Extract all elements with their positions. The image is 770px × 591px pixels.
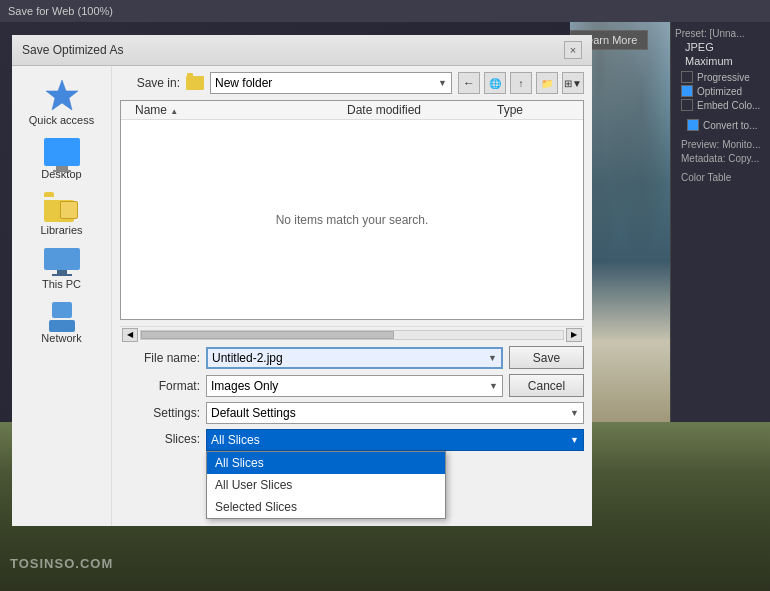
desktop-icon (44, 138, 80, 166)
sidebar-item-quick-access[interactable]: Quick access (17, 72, 107, 132)
sidebar-label-network: Network (41, 332, 81, 344)
dialog-title: Save Optimized As (22, 43, 123, 57)
slices-option-all-slices[interactable]: All Slices (207, 452, 445, 474)
preview-row: Preview: Monito... (681, 139, 766, 150)
format-value: Images Only (211, 379, 278, 393)
color-table-label: Color Table (681, 172, 766, 183)
slices-dropdown-menu: All Slices All User Slices Selected Slic… (206, 451, 446, 519)
settings-combo[interactable]: Default Settings ▼ (206, 402, 584, 424)
settings-arrow-icon: ▼ (570, 408, 579, 418)
sidebar-item-network[interactable]: Network (17, 296, 107, 350)
watermark-text: TOSINSO.COM (10, 556, 113, 571)
column-date-modified[interactable]: Date modified (347, 103, 497, 117)
dialog-sidebar: Quick access Desktop Libraries (12, 66, 112, 526)
column-type[interactable]: Type (497, 103, 577, 117)
file-name-value: Untitled-2.jpg (212, 351, 283, 365)
slices-value: All Slices (211, 433, 260, 447)
convert-checkbox[interactable] (687, 119, 699, 131)
scroll-thumb[interactable] (141, 331, 394, 339)
slices-combo[interactable]: All Slices ▼ (206, 429, 584, 451)
folder-up-icon[interactable]: ↑ (510, 72, 532, 94)
optimized-checkbox-row[interactable]: Optimized (675, 85, 766, 97)
dialog-main-content: Save in: New folder ▼ ← 🌐 ↑ 📁 ⊞▼ (112, 66, 592, 526)
save-in-row: Save in: New folder ▼ ← 🌐 ↑ 📁 ⊞▼ (120, 72, 584, 94)
libraries-icon (44, 192, 80, 222)
sidebar-label-this-pc: This PC (42, 278, 81, 290)
app-title: Save for Web (100%) (8, 5, 113, 17)
quality-label: Maximum (675, 55, 766, 67)
save-in-label: Save in: (120, 76, 180, 90)
format-label: JPEG (675, 41, 766, 53)
file-name-row: File name: Untitled-2.jpg ▼ Save (120, 346, 584, 369)
file-name-label: File name: (120, 351, 200, 365)
file-name-arrow-icon: ▼ (488, 353, 497, 363)
slices-option-all-user-slices[interactable]: All User Slices (207, 474, 445, 496)
metadata-row: Metadata: Copy... (681, 153, 766, 164)
horizontal-scrollbar[interactable]: ◀ ▶ (120, 326, 584, 342)
save-button[interactable]: Save (509, 346, 584, 369)
computer-icon (44, 248, 80, 276)
format-label: Format: (120, 379, 200, 393)
format-row: Format: Images Only ▼ Cancel (120, 374, 584, 397)
progressive-checkbox[interactable] (681, 71, 693, 83)
file-browser-empty-message: No items match your search. (121, 120, 583, 319)
dialog-titlebar: Save Optimized As × (12, 35, 592, 66)
sidebar-item-desktop[interactable]: Desktop (17, 132, 107, 186)
save-optimized-dialog: Save Optimized As × Quick access D (12, 35, 592, 526)
slices-dropdown-container: All Slices ▼ All Slices All User Slices … (206, 429, 584, 451)
save-in-arrow-icon: ▼ (438, 78, 447, 88)
column-name[interactable]: Name ▲ (127, 103, 347, 117)
file-browser: Name ▲ Date modified Type No items match… (120, 100, 584, 320)
svg-marker-0 (46, 80, 78, 110)
slices-arrow-icon: ▼ (570, 435, 579, 445)
slices-label: Slices: (120, 432, 200, 446)
convert-checkbox-row[interactable]: Convert to... (681, 119, 766, 131)
star-icon (43, 78, 81, 112)
toolbar-icons: ← 🌐 ↑ 📁 ⊞▼ (458, 72, 584, 94)
settings-row: Settings: Default Settings ▼ (120, 402, 584, 424)
dialog-body: Quick access Desktop Libraries (12, 66, 592, 526)
network-icon (44, 302, 80, 330)
preset-label: Preset: [Unna... (675, 28, 766, 39)
web-icon[interactable]: 🌐 (484, 72, 506, 94)
dialog-close-button[interactable]: × (564, 41, 582, 59)
settings-value: Default Settings (211, 406, 296, 420)
back-button[interactable]: ← (458, 72, 480, 94)
progressive-label: Progressive (697, 72, 750, 83)
embed-color-label: Embed Colo... (697, 100, 760, 111)
optimized-label: Optimized (697, 86, 742, 97)
slices-option-selected-slices[interactable]: Selected Slices (207, 496, 445, 518)
sidebar-label-quick-access: Quick access (29, 114, 94, 126)
file-name-input[interactable]: Untitled-2.jpg ▼ (206, 347, 503, 369)
folder-icon (186, 76, 204, 90)
convert-section: Convert to... (675, 119, 766, 131)
embed-color-checkbox-row[interactable]: Embed Colo... (675, 99, 766, 111)
scroll-track[interactable] (140, 330, 564, 340)
progressive-checkbox-row[interactable]: Progressive (675, 71, 766, 83)
cancel-button[interactable]: Cancel (509, 374, 584, 397)
optimized-checkbox[interactable] (681, 85, 693, 97)
scroll-left-button[interactable]: ◀ (122, 328, 138, 342)
view-options-icon[interactable]: ⊞▼ (562, 72, 584, 94)
new-folder-icon[interactable]: 📁 (536, 72, 558, 94)
color-table-section: Color Table (675, 172, 766, 183)
settings-label: Settings: (120, 406, 200, 420)
slices-row: Slices: All Slices ▼ All Slices All User… (120, 429, 584, 451)
scroll-right-button[interactable]: ▶ (566, 328, 582, 342)
save-in-combo[interactable]: New folder ▼ (210, 72, 452, 94)
preview-section: Preview: Monito... Metadata: Copy... (675, 139, 766, 164)
sidebar-item-libraries[interactable]: Libraries (17, 186, 107, 242)
format-arrow-icon: ▼ (489, 381, 498, 391)
sidebar-item-this-pc[interactable]: This PC (17, 242, 107, 296)
file-browser-header: Name ▲ Date modified Type (121, 101, 583, 120)
format-combo[interactable]: Images Only ▼ (206, 375, 503, 397)
sidebar-label-libraries: Libraries (40, 224, 82, 236)
save-in-value: New folder (215, 76, 272, 90)
top-bar: Save for Web (100%) (0, 0, 770, 22)
embed-color-checkbox[interactable] (681, 99, 693, 111)
sort-arrow-icon: ▲ (170, 107, 178, 116)
convert-label: Convert to... (703, 120, 757, 131)
